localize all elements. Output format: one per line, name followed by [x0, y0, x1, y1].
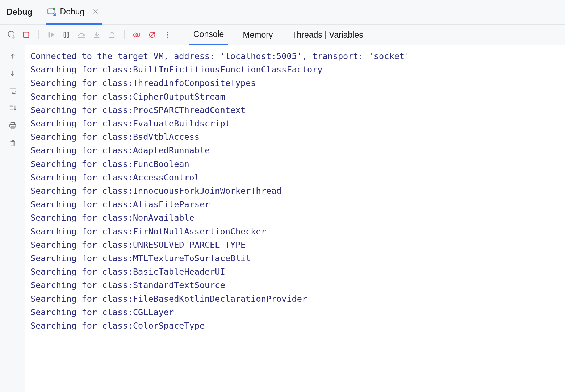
- scroll-down-button[interactable]: [8, 69, 17, 78]
- step-over-button[interactable]: [77, 30, 86, 39]
- stop-button[interactable]: [22, 30, 30, 39]
- rerun-button[interactable]: [7, 30, 15, 39]
- console-line: Searching for class:AccessControl: [30, 171, 560, 184]
- console-line: Searching for class:InnocuousForkJoinWor…: [30, 184, 560, 198]
- tab-console[interactable]: Console: [189, 25, 228, 45]
- console-line: Connected to the target VM, address: 'lo…: [30, 50, 560, 63]
- panel-title: Debug: [7, 7, 33, 17]
- svg-rect-4: [24, 32, 29, 38]
- console-line: Searching for class:FuncBoolean: [30, 158, 560, 171]
- console-line: Searching for class:AliasFileParser: [30, 198, 560, 211]
- debugger-content-tabs: Console Memory Threads | Variables: [189, 25, 368, 45]
- svg-rect-5: [49, 32, 50, 38]
- console-gutter-toolbar: [0, 45, 25, 392]
- tab-memory[interactable]: Memory: [238, 25, 277, 45]
- view-breakpoints-button[interactable]: [133, 30, 141, 39]
- svg-rect-30: [11, 141, 14, 146]
- console-line: Searching for class:EvaluateBuildscript: [30, 117, 560, 130]
- svg-point-3: [13, 37, 14, 38]
- step-into-button[interactable]: [92, 30, 101, 39]
- more-actions-button[interactable]: [163, 30, 172, 39]
- console-line: Searching for class:ThreadInfoCompositeT…: [30, 76, 560, 90]
- console-line: Searching for class:NonAvailable: [30, 211, 560, 225]
- svg-rect-7: [67, 32, 68, 38]
- console-line: Searching for class:ProcSPARCThreadConte…: [30, 104, 560, 117]
- panel-tab-strip: Debug Debug: [0, 0, 565, 25]
- clear-button[interactable]: [8, 139, 17, 147]
- console-line: Searching for class:CipherOutputStream: [30, 90, 560, 104]
- console-line: Searching for class:BasicTableHeaderUI: [30, 265, 560, 279]
- pause-button[interactable]: [62, 30, 71, 39]
- soft-wrap-button[interactable]: [8, 87, 17, 95]
- svg-point-1: [53, 8, 55, 10]
- scroll-up-button[interactable]: [8, 52, 17, 61]
- console-line: Searching for class:UNRESOLVED_PARCEL_TY…: [30, 238, 560, 252]
- console-line: Searching for class:CGLLayer: [30, 306, 560, 319]
- console-line: Searching for class:FileBasedKotlinDecla…: [30, 292, 560, 306]
- svg-rect-6: [64, 32, 66, 38]
- svg-point-14: [136, 33, 140, 37]
- resume-button[interactable]: [47, 30, 55, 39]
- svg-point-18: [167, 34, 168, 36]
- console-line: Searching for class:BsdVtblAccess: [30, 130, 560, 144]
- svg-point-13: [134, 33, 138, 37]
- debugger-toolbar: Console Memory Threads | Variables: [0, 25, 565, 45]
- svg-rect-29: [11, 126, 14, 129]
- mute-breakpoints-button[interactable]: [148, 30, 156, 39]
- debug-config-icon: [47, 7, 56, 16]
- console-line: Searching for class:MTLTextureToSurfaceB…: [30, 252, 560, 265]
- step-out-button[interactable]: [108, 30, 116, 39]
- svg-point-19: [167, 37, 168, 38]
- run-config-tab[interactable]: Debug: [46, 0, 103, 25]
- svg-point-17: [167, 32, 168, 33]
- tab-threads-variables[interactable]: Threads | Variables: [287, 25, 367, 45]
- toolbar-separator: [124, 30, 125, 39]
- console-output[interactable]: Connected to the target VM, address: 'lo…: [25, 45, 565, 392]
- print-button[interactable]: [8, 121, 17, 130]
- console-line: Searching for class:AdaptedRunnable: [30, 144, 560, 157]
- run-config-label: Debug: [60, 7, 85, 17]
- console-line: Searching for class:ColorSpaceType: [30, 319, 560, 333]
- console-line: Searching for class:StandardTextSource: [30, 279, 560, 292]
- close-tab-button[interactable]: [92, 8, 99, 15]
- console-line: Searching for class:BuiltInFictitiousFun…: [30, 63, 560, 76]
- console-line: Searching for class:FirNotNullAssertionC…: [30, 225, 560, 238]
- toolbar-separator: [38, 30, 39, 39]
- scroll-to-end-button[interactable]: [8, 104, 17, 113]
